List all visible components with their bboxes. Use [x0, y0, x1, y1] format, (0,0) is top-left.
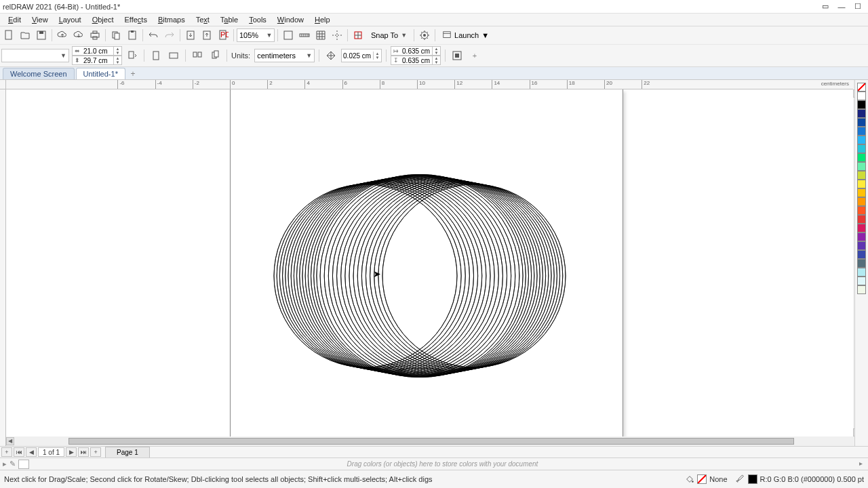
page-tab[interactable]: Page 1: [105, 447, 150, 458]
scroll-left-button[interactable]: ◀: [6, 437, 14, 445]
add-page-button[interactable]: +: [1, 447, 12, 457]
tab-document[interactable]: Untitled-1*: [76, 68, 125, 79]
import-button[interactable]: [183, 28, 198, 43]
color-swatch[interactable]: [857, 197, 866, 206]
menu-edit[interactable]: Edit: [3, 14, 26, 25]
rulers-toggle-button[interactable]: [297, 28, 312, 43]
guides-toggle-button[interactable]: [330, 28, 344, 43]
current-page-button[interactable]: [208, 48, 222, 63]
menu-bitmaps[interactable]: Bitmaps: [153, 14, 191, 25]
add-preset-button[interactable]: +: [467, 48, 482, 63]
orientation-toggle-button[interactable]: [125, 48, 140, 63]
dup-x-input[interactable]: [401, 47, 432, 55]
color-swatch[interactable]: [857, 259, 866, 268]
outline-indicator[interactable]: R:0 G:0 B:0 (#000000) 0.500 pt: [736, 474, 865, 484]
menu-object[interactable]: Object: [87, 14, 119, 25]
nudge-field[interactable]: ▲▼: [341, 49, 382, 62]
minimize-button[interactable]: —: [834, 1, 849, 12]
last-page-button[interactable]: ⏭: [78, 447, 89, 457]
page-preset-combo[interactable]: ▼: [1, 49, 69, 62]
color-swatch[interactable]: [857, 144, 866, 153]
dup-y-input[interactable]: [401, 57, 432, 64]
color-swatch[interactable]: [857, 118, 866, 127]
color-swatch[interactable]: [857, 180, 866, 188]
redo-button[interactable]: [162, 28, 177, 43]
color-swatch[interactable]: [857, 277, 866, 285]
color-swatch[interactable]: [857, 285, 866, 294]
horizontal-ruler[interactable]: centimeters -6-4-20246810121416182022: [6, 80, 853, 89]
maximize-button[interactable]: ☐: [850, 1, 865, 12]
new-button[interactable]: [1, 28, 16, 43]
save-button[interactable]: [34, 28, 49, 43]
zoom-input[interactable]: [237, 30, 264, 40]
tray-eyedropper-icon[interactable]: ✎: [9, 460, 16, 468]
menu-view[interactable]: View: [26, 14, 54, 25]
no-color-swatch[interactable]: [857, 83, 866, 92]
options-button[interactable]: [417, 28, 432, 43]
color-swatch[interactable]: [857, 241, 866, 250]
tray-expand-icon[interactable]: ▸: [856, 460, 865, 469]
hscroll-thumb[interactable]: [68, 438, 794, 445]
first-page-button[interactable]: ⏮: [14, 447, 24, 457]
zoom-dropdown-icon[interactable]: ▼: [264, 32, 274, 39]
page-height-field[interactable]: ⬍ ▲▼: [72, 56, 122, 65]
units-combo[interactable]: ▼: [254, 49, 315, 62]
print-button[interactable]: [87, 28, 102, 43]
menu-help[interactable]: Help: [309, 14, 336, 25]
artwork-blend-object[interactable]: [264, 171, 576, 381]
fill-indicator[interactable]: None: [685, 474, 727, 484]
color-swatch[interactable]: [857, 109, 866, 118]
color-swatch[interactable]: [857, 162, 866, 171]
dynamic-guides-button[interactable]: [351, 28, 366, 43]
color-swatch[interactable]: [857, 250, 866, 259]
color-swatch[interactable]: [857, 100, 866, 109]
undo-button[interactable]: [146, 28, 161, 43]
tray-arrow-icon[interactable]: ▸: [3, 460, 7, 468]
portrait-button[interactable]: [149, 48, 163, 63]
prev-page-button[interactable]: ◀: [26, 447, 37, 457]
color-swatch[interactable]: [857, 127, 866, 136]
add-tab-button[interactable]: +: [127, 68, 139, 79]
color-swatch[interactable]: [857, 224, 866, 232]
all-pages-button[interactable]: [190, 48, 205, 63]
color-swatch[interactable]: [857, 153, 866, 162]
launch-menu[interactable]: Launch ▼: [438, 30, 493, 40]
menu-tools[interactable]: Tools: [243, 14, 272, 25]
window-workspace-icon[interactable]: ▭: [818, 1, 833, 12]
menu-table[interactable]: Table: [215, 14, 243, 25]
color-swatch[interactable]: [857, 188, 866, 197]
grid-toggle-button[interactable]: [313, 28, 328, 43]
menu-effects[interactable]: Effects: [119, 14, 152, 25]
landscape-button[interactable]: [166, 48, 181, 63]
vertical-ruler[interactable]: [0, 89, 6, 446]
snap-to-menu[interactable]: Snap To ▼: [367, 31, 411, 39]
page-width-input[interactable]: [82, 47, 113, 55]
dup-x-field[interactable]: ↦ ▲▼: [391, 46, 441, 56]
export-button[interactable]: [199, 28, 214, 43]
cloud-down-button[interactable]: [71, 28, 86, 43]
cloud-up-button[interactable]: [55, 28, 70, 43]
menu-layout[interactable]: Layout: [54, 14, 87, 25]
color-swatch[interactable]: [857, 206, 866, 215]
color-swatch[interactable]: [857, 232, 866, 241]
fullscreen-button[interactable]: [281, 28, 296, 43]
ruler-origin[interactable]: [0, 80, 6, 89]
nudge-input[interactable]: [342, 52, 373, 60]
dup-y-field[interactable]: ↧ ▲▼: [391, 56, 441, 65]
paste-button[interactable]: [125, 28, 140, 43]
page-height-input[interactable]: [82, 57, 113, 64]
canvas[interactable]: ➤: [6, 89, 853, 436]
tray-slot[interactable]: [18, 460, 29, 469]
treat-as-filled-button[interactable]: [450, 48, 465, 63]
add-page-after-button[interactable]: +: [90, 447, 101, 457]
color-swatch[interactable]: [857, 215, 866, 224]
menu-window[interactable]: Window: [272, 14, 309, 25]
next-page-button[interactable]: ▶: [66, 447, 77, 457]
units-input[interactable]: [257, 52, 304, 60]
color-swatch[interactable]: [857, 171, 866, 180]
copy-button[interactable]: [108, 28, 123, 43]
page-width-field[interactable]: ⬌ ▲▼: [72, 46, 122, 56]
tab-welcome[interactable]: Welcome Screen: [3, 68, 75, 79]
open-button[interactable]: [18, 28, 33, 43]
menu-text[interactable]: Text: [191, 14, 215, 25]
